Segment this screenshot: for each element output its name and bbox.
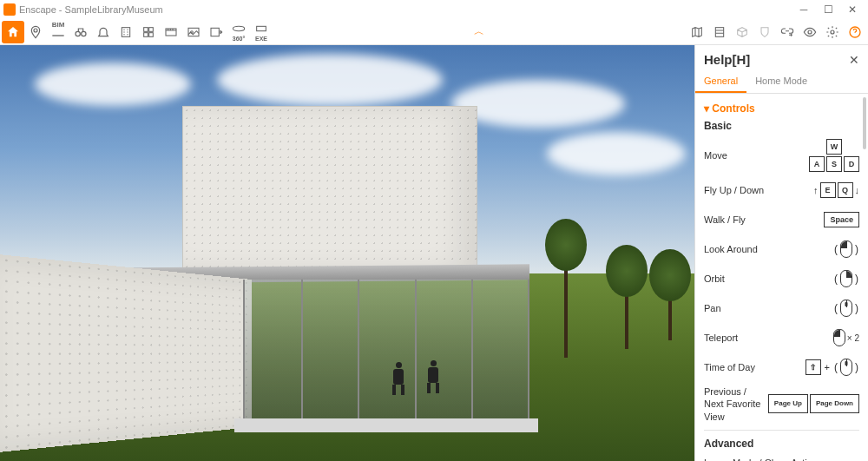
pin-icon[interactable]	[24, 21, 47, 43]
row-fly: Fly Up / Down ↑ E Q ↓	[704, 179, 859, 201]
svg-rect-7	[144, 32, 148, 36]
row-leave: Leave Mode / Close Active Window Esc	[704, 457, 859, 461]
person-figure	[391, 362, 406, 395]
key-q: Q	[838, 182, 853, 198]
svg-rect-5	[144, 27, 148, 31]
building-icon[interactable]	[115, 21, 137, 43]
collapse-chevron-icon[interactable]: ︿	[474, 24, 484, 39]
svg-point-16	[808, 30, 812, 34]
minimize-button[interactable]: ─	[792, 3, 816, 16]
home-button[interactable]	[2, 21, 24, 43]
mouse-scroll-icon	[840, 359, 852, 376]
key-pageup: Page Up	[768, 394, 808, 413]
row-orbit: Orbit ()	[704, 267, 859, 290]
pano-360-icon[interactable]: 360°	[227, 21, 250, 43]
app-icon	[3, 3, 16, 16]
map-icon[interactable]	[686, 21, 708, 43]
key-pagedown: Page Down	[810, 394, 859, 413]
key-space: Space	[824, 212, 859, 227]
panel-tabs: General Home Mode	[695, 70, 868, 94]
help-icon[interactable]	[844, 21, 866, 43]
visibility-icon[interactable]	[799, 21, 821, 43]
svg-point-0	[34, 29, 37, 32]
key-shift: ⇧	[806, 359, 821, 375]
svg-point-2	[76, 31, 80, 36]
svg-rect-15	[715, 27, 723, 36]
svg-point-17	[831, 30, 834, 34]
svg-point-3	[82, 31, 86, 36]
assets-icon[interactable]	[137, 21, 160, 43]
arrow-up-icon: ↑	[813, 185, 819, 195]
document-title: SampleLibraryMuseum	[65, 4, 163, 15]
sub-advanced: Advanced	[704, 438, 859, 450]
building-model	[130, 106, 521, 436]
svg-rect-14	[257, 26, 266, 30]
render-viewport[interactable]	[0, 45, 694, 461]
arrow-down-icon: ↓	[855, 185, 860, 195]
key-s: S	[826, 156, 842, 172]
row-prevnext: Previous / Next Favorite View Page Up Pa…	[704, 385, 859, 423]
svg-point-13	[233, 26, 244, 30]
row-teleport: Teleport × 2	[704, 326, 859, 349]
row-timeofday: Time of Day ⇧ +( )	[704, 356, 859, 379]
row-move: Move W A S D	[704, 139, 859, 172]
bell-icon[interactable]	[92, 21, 115, 43]
maximize-button[interactable]: ☐	[816, 3, 840, 16]
tab-general[interactable]: General	[695, 70, 746, 93]
video-icon[interactable]	[160, 21, 182, 43]
panel-close-icon[interactable]: ✕	[849, 53, 859, 67]
key-e: E	[820, 182, 836, 198]
export-image-icon[interactable]	[205, 21, 227, 43]
close-window-button[interactable]: ✕	[840, 3, 865, 16]
row-look: Look Around ()	[704, 238, 859, 260]
app-name: Enscape	[19, 4, 56, 15]
svg-rect-12	[211, 28, 219, 36]
titlebar: Enscape - SampleLibraryMuseum ─ ☐ ✕	[0, 0, 868, 19]
svg-rect-1	[52, 35, 63, 36]
svg-rect-6	[149, 27, 154, 31]
key-d: D	[844, 156, 859, 172]
person-figure	[425, 360, 441, 393]
row-pan: Pan ()	[704, 297, 859, 319]
link-icon[interactable]	[776, 21, 799, 43]
materials-icon[interactable]	[708, 21, 731, 43]
mouse-right-icon	[840, 270, 852, 287]
bim-button[interactable]: BIM	[47, 21, 69, 43]
panel-title: Help[H]	[704, 52, 849, 67]
binoculars-icon[interactable]	[69, 21, 92, 43]
mouse-left-icon	[840, 240, 852, 258]
tab-home-mode[interactable]: Home Mode	[746, 70, 816, 93]
section-controls[interactable]: Controls	[704, 102, 859, 115]
svg-rect-8	[149, 32, 154, 36]
mouse-middle-icon	[840, 300, 852, 317]
views-dropdown-icon[interactable]	[753, 21, 776, 43]
screenshot-icon[interactable]	[182, 21, 205, 43]
box-icon[interactable]	[731, 21, 753, 43]
svg-rect-4	[122, 27, 129, 36]
sub-basic: Basic	[704, 120, 859, 132]
main-toolbar: BIM 360° EXE ︿	[0, 19, 868, 45]
title-sep: -	[56, 4, 65, 15]
panel-scrollbar[interactable]	[863, 97, 866, 149]
svg-rect-9	[166, 29, 176, 36]
settings-icon[interactable]	[821, 21, 844, 43]
key-w: W	[826, 139, 842, 155]
row-walkfly: Walk / Fly Space	[704, 208, 859, 231]
help-panel: Help[H] ✕ General Home Mode Controls Bas…	[694, 45, 868, 461]
x2-label: × 2	[847, 333, 859, 343]
exe-export-icon[interactable]: EXE	[250, 21, 273, 43]
key-a: A	[809, 156, 825, 172]
mouse-left-icon	[833, 329, 845, 346]
